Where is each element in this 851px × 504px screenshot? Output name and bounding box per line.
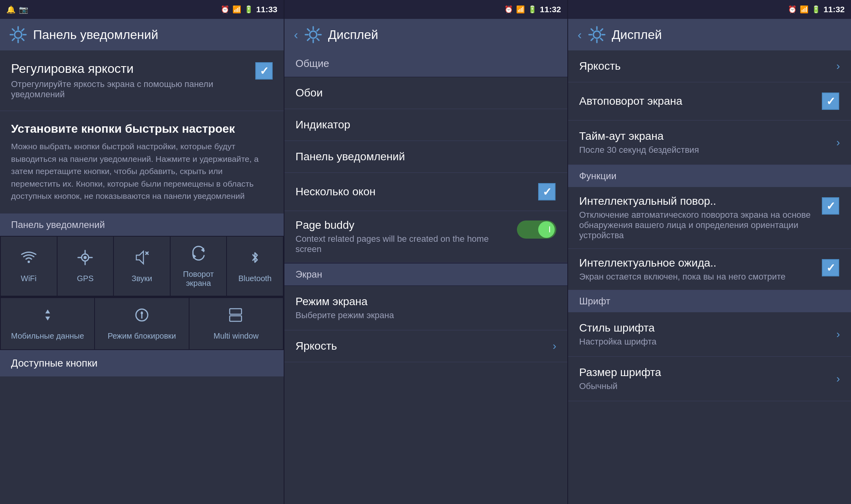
- brightness-arrow: ›: [553, 340, 556, 352]
- rotate-icon: [190, 245, 207, 266]
- panel1-header: Панель уведомлений: [0, 19, 284, 50]
- panel3-category-font: Шрифт: [568, 290, 851, 312]
- notification-panel-label: Панель уведомлений: [0, 214, 284, 236]
- quick-settings-desc: Можно выбрать кнопки быстрой настройки, …: [11, 140, 273, 202]
- svg-rect-23: [230, 309, 242, 314]
- timeout-subtitle: После 30 секунд бездействия: [579, 145, 836, 155]
- quick-btn-multiwindow[interactable]: Multi window: [190, 298, 283, 349]
- svg-line-40: [600, 39, 602, 41]
- panel1-title: Панель уведомлений: [33, 28, 158, 42]
- svg-line-31: [317, 39, 319, 41]
- svg-line-7: [22, 29, 24, 31]
- panel2-item-indicator[interactable]: Индикатор: [284, 109, 567, 141]
- svg-point-0: [15, 31, 22, 38]
- brightness-checkbox[interactable]: [255, 61, 273, 80]
- svg-point-25: [310, 31, 317, 38]
- gear-icon-3: [588, 26, 606, 43]
- panel3-header: ‹ Дисплей: [568, 19, 851, 50]
- gear-icon-1: [9, 26, 27, 43]
- quick-btn-gps[interactable]: GPS: [58, 237, 113, 296]
- panel3-item-fontsize[interactable]: Размер шрифта Обычный ›: [568, 357, 851, 401]
- panel3-item-autorotate[interactable]: Автоповорот экрана: [568, 82, 851, 120]
- panel2-back-btn[interactable]: ‹: [294, 28, 298, 42]
- bluetooth-icon: [246, 249, 264, 270]
- sound-label: Звуки: [132, 274, 152, 283]
- gear-icon-2: [305, 26, 322, 43]
- svg-line-8: [13, 39, 15, 41]
- quick-btn-bluetooth[interactable]: Bluetooth: [227, 237, 283, 296]
- quick-settings-title: Установите кнопки быстрых настроек: [11, 122, 273, 135]
- panel2-general-label: Общие: [295, 57, 329, 69]
- panel2-item-screenmode[interactable]: Режим экрана Выберите режим экрана: [284, 286, 567, 330]
- indicator-title: Индикатор: [295, 119, 556, 131]
- sound-icon: [133, 249, 151, 270]
- svg-line-5: [13, 29, 15, 31]
- status-time-3: 11:32: [823, 5, 845, 14]
- screen-category-label: Экран: [295, 269, 322, 280]
- quick-settings-section: Установите кнопки быстрых настроек Можно…: [0, 111, 284, 214]
- panel2-item-wallpaper[interactable]: Обои: [284, 77, 567, 109]
- panel3-item-smartwait[interactable]: Интеллектуальное ожида.. Экран остается …: [568, 249, 851, 290]
- autorotate-checkbox[interactable]: [821, 92, 840, 111]
- fontsize-arrow: ›: [836, 372, 840, 385]
- mobiledata-label: Мобильные данные: [11, 332, 84, 341]
- svg-point-9: [28, 261, 30, 263]
- quick-buttons-grid-2: Мобильные данные Режим блокировки: [0, 297, 284, 350]
- smartrotate-checkbox[interactable]: [821, 196, 840, 215]
- wifi-icon: [20, 249, 37, 270]
- quick-btn-block[interactable]: Режим блокировки: [95, 298, 188, 349]
- smartwait-subtitle: Экран остается включен, пока вы на него …: [579, 272, 821, 282]
- panel3-item-timeout[interactable]: Тайм-аут экрана После 30 секунд бездейст…: [568, 120, 851, 165]
- panel2-header: ‹ Дисплей: [284, 19, 567, 50]
- wifi-label: WiFi: [21, 274, 37, 283]
- panel2-item-pagebuddy[interactable]: Page buddy Context related pages will be…: [284, 211, 567, 263]
- panel3-item-smartrotate[interactable]: Интеллектуальный повор.. Отключение авто…: [568, 187, 851, 249]
- panel3-item-fontstyle[interactable]: Стиль шрифта Настройка шрифта ›: [568, 312, 851, 357]
- brightness-title: Регулировка яркости: [11, 61, 247, 76]
- p3-brightness-title: Яркость: [579, 60, 836, 72]
- panel2-item-multiwindow[interactable]: Несколько окон: [284, 173, 567, 211]
- quick-btn-mobiledata[interactable]: Мобильные данные: [1, 298, 94, 349]
- multiwindow-checkbox[interactable]: [537, 182, 556, 201]
- smartrotate-subtitle: Отключение автоматического поворота экра…: [579, 210, 821, 241]
- pagebuddy-subtitle: Context related pages will be created on…: [295, 234, 511, 254]
- fontsize-title: Размер шрифта: [579, 366, 836, 379]
- autorotate-title: Автоповорот экрана: [579, 95, 821, 107]
- status-time-2: 11:32: [540, 5, 561, 14]
- svg-line-41: [600, 29, 602, 31]
- smartrotate-title: Интеллектуальный повор..: [579, 195, 821, 208]
- fontstyle-title: Стиль шрифта: [579, 322, 836, 334]
- panel2-item-brightness[interactable]: Яркость ›: [284, 330, 567, 362]
- svg-point-15: [84, 256, 87, 259]
- panel3-back-btn[interactable]: ‹: [578, 28, 582, 42]
- panel3-item-brightness[interactable]: Яркость ›: [568, 50, 851, 82]
- svg-rect-24: [230, 316, 242, 321]
- svg-line-30: [307, 29, 309, 31]
- available-buttons: Доступные кнопки: [0, 350, 284, 376]
- svg-line-32: [317, 29, 319, 31]
- block-label: Режим блокировки: [108, 332, 176, 341]
- screenmode-title: Режим экрана: [295, 295, 556, 308]
- quick-btn-sound[interactable]: Звуки: [114, 237, 170, 296]
- quick-btn-wifi[interactable]: WiFi: [1, 237, 57, 296]
- svg-point-34: [593, 31, 600, 38]
- notifpanel-title: Панель уведомлений: [295, 150, 556, 163]
- gps-label: GPS: [77, 274, 93, 283]
- panel2-category-general: Общие: [284, 50, 567, 77]
- panel2-category-screen: Экран: [284, 263, 567, 286]
- wallpaper-title: Обои: [295, 87, 556, 99]
- quick-btn-rotate[interactable]: Поворот экрана: [171, 237, 227, 296]
- svg-line-6: [22, 39, 24, 41]
- pagebuddy-title: Page buddy: [295, 219, 511, 232]
- panel2-item-notifpanel[interactable]: Панель уведомлений: [284, 141, 567, 173]
- fontsize-subtitle: Обычный: [579, 381, 836, 391]
- multiwindow-icon: [227, 306, 245, 328]
- brightness-desc: Отрегулируйте яркость экрана с помощью п…: [11, 79, 247, 100]
- multiwindow-title2: Несколько окон: [295, 185, 537, 198]
- smartwait-checkbox[interactable]: [821, 258, 840, 277]
- panel2-title: Дисплей: [328, 28, 378, 42]
- brightness-section[interactable]: Регулировка яркости Отрегулируйте яркост…: [0, 50, 284, 111]
- block-icon: [133, 306, 151, 328]
- pagebuddy-toggle[interactable]: I: [517, 220, 556, 239]
- svg-line-39: [591, 29, 593, 31]
